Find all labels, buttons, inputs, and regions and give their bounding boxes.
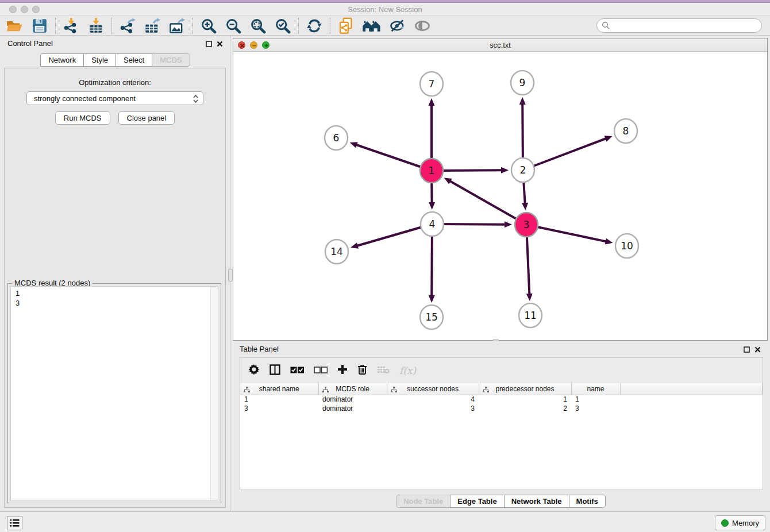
tab-edge-table[interactable]: Edge Table <box>450 495 504 508</box>
tab-motifs[interactable]: Motifs <box>569 495 606 508</box>
zoom-in-icon[interactable] <box>199 17 218 34</box>
column-header-mcds-role[interactable]: MCDS role <box>318 383 387 395</box>
memory-button[interactable]: Memory <box>715 515 765 530</box>
column-header-successor-nodes[interactable]: successor nodes <box>387 383 479 395</box>
graph-node-label: 9 <box>519 77 526 88</box>
attribute-type-icon <box>322 386 329 394</box>
import-network-icon[interactable] <box>62 17 80 34</box>
network-frame-title: scc.txt <box>233 41 767 49</box>
table-cell[interactable]: 1 <box>571 395 620 404</box>
graph-edge-arrowhead <box>526 294 533 301</box>
table-settings-gear-icon[interactable] <box>248 364 260 377</box>
tab-style[interactable]: Style <box>83 53 116 67</box>
graph-edge-arrowhead <box>351 242 359 249</box>
toolbar-separator <box>192 18 193 34</box>
dropdown-stepper-icon <box>192 94 199 106</box>
control-panel-title: Control Panel <box>7 39 53 48</box>
close-panel-icon[interactable] <box>754 345 761 355</box>
tab-network-table[interactable]: Network Table <box>504 495 569 508</box>
attribute-type-icon <box>483 386 489 394</box>
tab-network[interactable]: Network <box>40 53 84 67</box>
graph-node-label: 4 <box>429 218 436 230</box>
table-row[interactable]: 1dominator411 <box>240 395 763 404</box>
graph-node-label: 2 <box>520 164 526 176</box>
network-frame-titlebar[interactable]: scc.txt <box>233 38 767 52</box>
toolbar-separator <box>111 18 112 34</box>
table-cell[interactable]: 1 <box>240 395 318 404</box>
graph-edge-3-1[interactable] <box>450 181 526 225</box>
table-cell[interactable]: 2 <box>479 404 571 413</box>
export-image-icon[interactable] <box>168 17 186 34</box>
graph-edge-arrowhead <box>350 142 358 148</box>
table-panel-tabs: Node Table Edge Table Network Table Moti… <box>231 495 770 508</box>
panel-divider-handle[interactable] <box>228 269 233 282</box>
node-table: shared name MCDS role successor nodes pr… <box>240 383 763 413</box>
export-table-icon[interactable] <box>143 17 161 34</box>
export-network-icon[interactable] <box>118 17 137 34</box>
tab-mcds[interactable]: MCDS <box>152 53 190 67</box>
control-panel-tabs: Network Style Select MCDS <box>0 53 230 67</box>
column-visibility-icon[interactable] <box>270 364 280 377</box>
column-header-name[interactable]: name <box>571 383 620 395</box>
float-panel-icon[interactable] <box>744 345 750 355</box>
criterion-dropdown[interactable]: strongly connected component <box>26 91 203 105</box>
delete-table-icon <box>377 365 390 376</box>
graph-node-label: 1 <box>429 165 435 176</box>
eye-icon <box>413 17 432 34</box>
result-line: 3 <box>16 298 213 308</box>
home-icon[interactable] <box>361 17 382 34</box>
tab-select[interactable]: Select <box>116 53 152 67</box>
run-mcds-button[interactable]: Run MCDS <box>55 111 110 125</box>
column-header-shared-name[interactable]: shared name <box>240 383 318 395</box>
column-header-predecessor-nodes[interactable]: predecessor nodes <box>479 383 571 395</box>
memory-status-icon <box>721 519 729 527</box>
mcds-panel: Optimization criterion: strongly connect… <box>4 68 226 508</box>
close-panel-button[interactable]: Close panel <box>118 111 175 125</box>
table-cell[interactable]: 3 <box>240 404 318 413</box>
table-row[interactable]: 3dominator323 <box>240 404 763 413</box>
graph-edge-2-8[interactable] <box>523 138 606 170</box>
graph-edge-arrowhead <box>429 98 435 106</box>
network-graph[interactable]: 1234678910111415 <box>233 52 767 340</box>
hide-glasses-icon[interactable] <box>388 17 407 34</box>
node-table-container: f(x) shared name MCDS role successor <box>240 357 763 490</box>
clone-network-icon[interactable] <box>337 17 355 34</box>
search-input[interactable] <box>596 18 762 33</box>
refresh-layout-icon[interactable] <box>305 17 324 34</box>
graph-edge-arrowhead <box>519 97 526 105</box>
graph-node-label: 10 <box>621 240 633 252</box>
zoom-fit-icon[interactable] <box>249 17 267 34</box>
tab-node-table[interactable]: Node Table <box>396 495 451 508</box>
memory-label: Memory <box>732 519 759 527</box>
table-cell[interactable]: 4 <box>387 395 479 404</box>
save-icon[interactable] <box>30 17 49 34</box>
close-panel-icon[interactable] <box>217 39 223 49</box>
zoom-selected-icon[interactable] <box>274 17 292 34</box>
mcds-result-textarea[interactable]: 1 3 <box>10 286 218 500</box>
select-all-icon[interactable] <box>290 365 304 376</box>
import-table-icon[interactable] <box>87 17 105 34</box>
add-column-icon[interactable] <box>337 364 348 377</box>
header-filler <box>620 383 763 395</box>
deselect-all-icon[interactable] <box>314 365 328 376</box>
table-cell[interactable]: 3 <box>571 404 620 413</box>
table-cell[interactable]: dominator <box>318 404 387 413</box>
table-cell[interactable]: dominator <box>318 395 387 404</box>
table-header-row: shared name MCDS role successor nodes pr… <box>240 383 763 395</box>
float-panel-icon[interactable] <box>206 39 212 49</box>
delete-column-icon[interactable] <box>357 364 367 377</box>
status-bar: Memory <box>0 511 770 532</box>
table-cell[interactable]: 3 <box>387 404 479 413</box>
graph-node-label: 7 <box>429 78 435 90</box>
search-field <box>596 18 762 33</box>
open-file-icon[interactable] <box>6 17 24 34</box>
optimization-criterion-label: Optimization criterion: <box>5 78 225 87</box>
graph-edge-arrowhead <box>505 221 512 228</box>
graph-node-label: 11 <box>524 310 537 321</box>
table-cell[interactable]: 1 <box>479 395 571 404</box>
graph-node-label: 15 <box>425 311 438 323</box>
result-scrollbar[interactable] <box>210 287 218 500</box>
task-history-button[interactable] <box>7 516 22 530</box>
graph-edge-arrowhead <box>522 203 528 210</box>
zoom-out-icon[interactable] <box>224 17 242 34</box>
